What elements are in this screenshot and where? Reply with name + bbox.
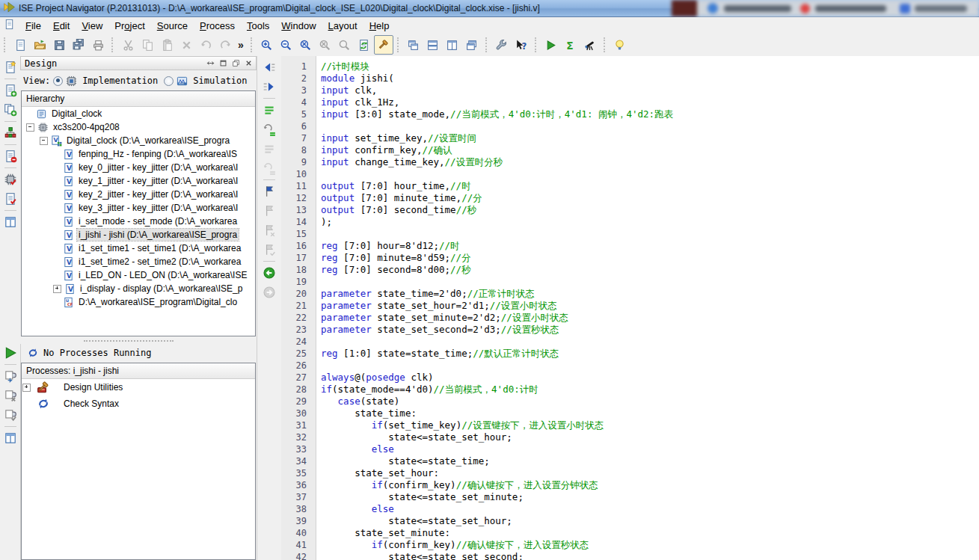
doc-check-button[interactable] [2,191,19,207]
new-source-button[interactable] [2,59,19,76]
save-button[interactable] [49,35,69,55]
cut-button[interactable] [118,35,138,55]
print-button[interactable] [88,35,108,55]
editor-flag-gray-c-button[interactable] [261,241,277,258]
proc-rerun-all-button[interactable] [2,407,19,423]
toolbar-grip[interactable] [251,37,254,52]
expand-expander[interactable] [53,285,61,293]
save-all-button[interactable] [69,35,88,55]
menu-tools[interactable]: Tools [241,19,275,33]
hierarchy-item-fenping_hz[interactable]: Vfenping_Hz - fenping (D:\A_workarea\IS [22,147,255,161]
menu-source[interactable]: Source [151,19,194,33]
cascade-windows-button[interactable] [404,35,423,55]
editor-flag-blue-button[interactable] [261,183,277,200]
hierarchy-item-i_jishi[interactable]: Vi_jishi - jishi (D:\A_workarea\ISE_prog… [22,228,255,241]
editor-flag-gray-b-button[interactable] [261,222,277,239]
toolbar-overflow-chevron[interactable]: » [235,39,247,51]
play-button[interactable] [2,345,19,361]
hierarchy-item-i1_set_time1[interactable]: Vi1_set_time1 - set_time1 (D:\A_workarea [22,241,255,255]
paste-button[interactable] [157,35,177,55]
toolbar-grip[interactable] [111,37,115,52]
new-document-button[interactable] [10,35,30,55]
toolbar-grip[interactable] [604,37,607,52]
hierarchy-item-digital_clock[interactable]: Digital_clock [22,107,255,120]
dock-close-icon[interactable] [243,58,254,69]
collapse-expander[interactable] [40,137,48,145]
hierarchy-item-key_0_jitter[interactable]: Vkey_0_jitter - key_jitter (D:\A_workare… [22,161,255,174]
hint-lightbulb-button[interactable] [610,35,630,55]
zoom-out-button[interactable] [277,35,296,55]
design-goals-button[interactable] [374,35,393,55]
implementation-radio[interactable] [53,76,63,86]
menu-project[interactable]: Project [108,19,150,33]
dock-arrows-icon[interactable] [205,58,215,69]
hierarchy-item-d:\a_workarea\ise_program\digital_clo[interactable]: UCFD:\A_workarea\ISE_program\Digital_clo [22,295,255,309]
columns-layout-button[interactable] [2,214,19,230]
toolbar-grip[interactable] [397,37,401,52]
tile-vertical-button[interactable] [443,35,462,55]
simulation-radio[interactable] [164,76,174,86]
delete-button[interactable] [177,35,196,55]
editor-bars-gray-button[interactable] [261,141,277,157]
hierarchy-item-i_led_on[interactable]: Vi_LED_ON - LED_ON (D:\A_workarea\ISE [22,268,255,282]
menu-view[interactable]: View [76,19,108,33]
open-project-button[interactable] [30,35,49,55]
run-button[interactable] [541,35,561,55]
menu-edit[interactable]: Edit [47,19,76,33]
add-copy-source-button[interactable] [2,102,19,118]
dock-float-icon[interactable] [230,58,241,69]
tile-horizontal-button[interactable] [423,35,443,55]
zoom-full-button[interactable] [316,35,335,55]
toolbar-grip[interactable] [4,37,7,52]
editor-back-circle-button[interactable] [261,265,277,281]
hierarchy-item-i1_set_time2[interactable]: Vi1_set_time2 - set_time2 (D:\A_workarea [22,255,255,268]
undo-button[interactable] [196,35,215,55]
refresh-doc-button[interactable] [355,35,374,55]
proc-rerun-button[interactable] [2,368,19,384]
instantiation-blocks-button[interactable] [2,125,19,141]
proc-stop-button[interactable] [2,387,19,404]
dock-max-icon[interactable] [218,58,228,69]
zoom-in-button[interactable] [257,35,277,55]
wrench-button[interactable] [492,35,512,55]
editor-nav-prev-button[interactable] [261,59,277,76]
expand-expander[interactable] [22,384,31,392]
hierarchy-item-digital_clock[interactable]: VDigital_clock (D:\A_workarea\ISE_progra [22,134,255,147]
hierarchy-item-key_1_jitter[interactable]: Vkey_1_jitter - key_jitter (D:\A_workare… [22,174,255,188]
editor-nav-next-button[interactable] [261,79,277,95]
menu-window[interactable]: Window [275,19,322,33]
redo-button[interactable] [215,35,235,55]
menu-help[interactable]: Help [363,19,396,33]
restore-windows-button[interactable] [462,35,482,55]
remove-source-button[interactable] [2,148,19,164]
editor-undo-bars-green-button[interactable] [261,121,277,138]
copy-button[interactable] [138,35,157,55]
zoom-full-button[interactable] [296,35,316,55]
process-item-design-utilities[interactable]: Design Utilities [22,379,255,396]
context-help-button[interactable]: ? [512,35,531,55]
editor-fwd-circle-button[interactable] [261,284,277,301]
summary-sigma-button[interactable]: Σ [561,35,580,55]
hierarchy-item-key_2_jitter[interactable]: Vkey_2_jitter - key_jitter (D:\A_workare… [22,188,255,201]
analyze-telescope-button[interactable] [580,35,600,55]
add-source-button[interactable] [2,82,19,99]
chip-check-button[interactable] [2,171,19,188]
toolbar-grip[interactable] [485,37,489,52]
hierarchy-item-xc3s200-4pq208[interactable]: xc3s200-4pq208 [22,120,255,134]
zoom-plain-button[interactable] [335,35,355,55]
menu-layout[interactable]: Layout [322,19,363,33]
columns-layout-button[interactable] [2,430,19,446]
collapse-expander[interactable] [26,123,34,132]
process-item-check-syntax[interactable]: Check Syntax [22,396,255,412]
hierarchy-item-i_set_mode[interactable]: Vi_set_mode - set_mode (D:\A_workarea [22,215,255,228]
hierarchy-item-key_3_jitter[interactable]: Vkey_3_jitter - key_jitter (D:\A_workare… [22,201,255,215]
code-editor[interactable]: 1//计时模块2module jishi(3input clk,4input c… [281,56,979,560]
editor-bars-green-button[interactable] [261,102,277,118]
editor-flag-gray-a-button[interactable] [261,203,277,219]
toolbar-grip[interactable] [535,37,538,52]
panel-splitter[interactable] [0,338,257,344]
menu-process[interactable]: Process [194,19,241,33]
menu-file[interactable]: File [19,19,47,33]
editor-undo-bars-gray-button[interactable] [261,160,277,176]
hierarchy-item-i_display[interactable]: Vi_display - display (D:\A_workarea\ISE_… [22,282,255,295]
